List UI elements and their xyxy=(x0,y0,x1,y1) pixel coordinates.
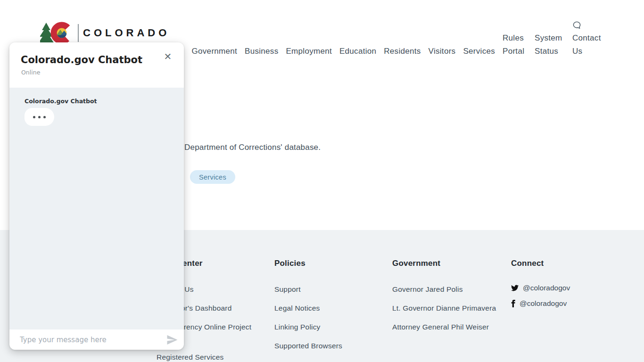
typing-dot xyxy=(33,116,35,118)
footer-link-governor[interactable]: Governor Jared Polis xyxy=(392,284,503,295)
send-message-button[interactable] xyxy=(160,329,184,350)
footer-link-supported-browsers[interactable]: Supported Browsers xyxy=(274,340,385,352)
typing-dot xyxy=(43,116,46,118)
footer-link-linking-policy[interactable]: Linking Policy xyxy=(274,321,385,333)
typing-indicator-bubble xyxy=(25,108,54,126)
nav-item-business[interactable]: Business xyxy=(245,45,278,58)
chatbot-input-bar xyxy=(9,329,184,350)
chatbot-message-input[interactable] xyxy=(9,336,160,344)
services-tag[interactable]: Services xyxy=(190,170,235,184)
footer-heading-policies: Policies xyxy=(274,259,385,268)
footer-heading-connect: Connect xyxy=(511,259,615,268)
footer-link-legal-notices[interactable]: Legal Notices xyxy=(274,303,385,314)
facebook-link[interactable]: @coloradogov xyxy=(511,299,615,308)
chat-bubble-icon xyxy=(572,21,581,30)
nav-item-system-status[interactable]: System Status xyxy=(535,32,565,58)
footer-link-support[interactable]: Support xyxy=(274,284,385,295)
footer-column-policies: Policies Support Legal Notices Linking P… xyxy=(274,259,385,359)
footer-column-connect: Connect @coloradogov @coloradogov xyxy=(511,259,615,315)
typing-dot xyxy=(38,116,41,118)
twitter-icon xyxy=(511,285,519,291)
nav-item-rules-portal[interactable]: Rules Portal xyxy=(503,32,527,58)
send-icon xyxy=(166,335,178,345)
facebook-handle: @coloradogov xyxy=(520,299,567,308)
footer-link-lt-governor[interactable]: Lt. Governor Dianne Primavera xyxy=(392,303,503,314)
nav-item-contact-us-label: Contact Us xyxy=(572,32,603,58)
nav-item-residents[interactable]: Residents xyxy=(384,45,421,58)
nav-item-services[interactable]: Services xyxy=(463,45,495,58)
chatbot-message-sender: Colorado.gov Chatbot xyxy=(25,98,97,105)
chatbot-close-icon[interactable]: ✕ xyxy=(161,50,174,63)
twitter-handle: @coloradogov xyxy=(523,284,570,292)
nav-item-employment[interactable]: Employment xyxy=(286,45,331,58)
footer-link-registered-services[interactable]: Registered Services xyxy=(157,352,267,362)
nav-item-contact-us[interactable]: Contact Us xyxy=(572,21,603,58)
chatbot-header: Colorado.gov Chatbot Online ✕ xyxy=(9,42,184,88)
chatbot-panel: Colorado.gov Chatbot Online ✕ Colorado.g… xyxy=(9,42,184,350)
colorado-logo[interactable]: COLORADO xyxy=(40,21,170,45)
logo-text: COLORADO xyxy=(83,27,170,39)
page: COLORADO Government Business Employment … xyxy=(0,0,644,362)
nav-item-visitors[interactable]: Visitors xyxy=(429,45,456,58)
footer-heading-government: Government xyxy=(392,259,503,268)
logo-divider xyxy=(78,24,79,42)
top-nav: Government Business Employment Education… xyxy=(192,21,603,58)
page-description: Department of Corrections' database. xyxy=(184,143,321,152)
footer-column-government: Government Governor Jared Polis Lt. Gove… xyxy=(392,259,503,340)
chatbot-status: Online xyxy=(21,69,40,76)
twitter-link[interactable]: @coloradogov xyxy=(511,284,615,292)
chatbot-message-area: Colorado.gov Chatbot xyxy=(9,88,184,329)
facebook-icon xyxy=(511,300,515,307)
footer-link-attorney-general[interactable]: Attorney General Phil Weiser xyxy=(392,321,503,333)
chatbot-title: Colorado.gov Chatbot xyxy=(21,54,142,66)
nav-item-government[interactable]: Government xyxy=(192,45,238,58)
colorado-flag-icon xyxy=(40,21,78,45)
nav-item-education[interactable]: Education xyxy=(339,45,376,58)
